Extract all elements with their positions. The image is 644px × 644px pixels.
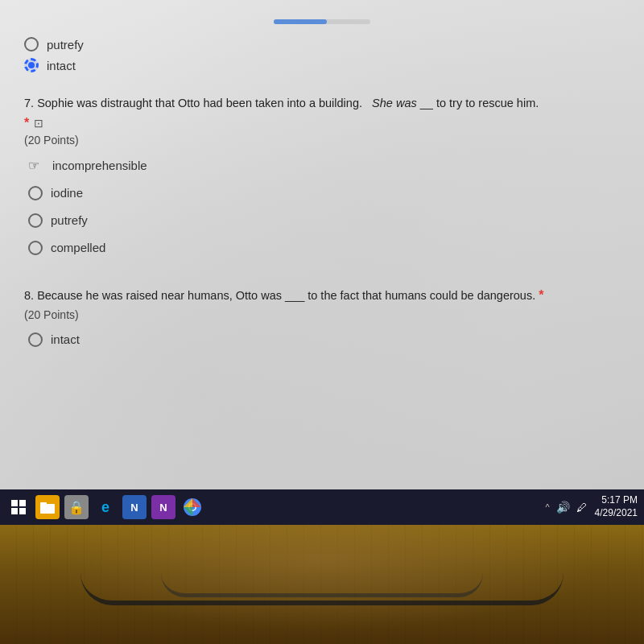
section-divider-2 bbox=[24, 270, 620, 286]
q7-option-putrefy[interactable]: putrefy bbox=[28, 213, 620, 228]
question8-blank: ___ bbox=[285, 289, 308, 302]
q7-label-incomprehensible: incomprehensible bbox=[52, 159, 147, 172]
svg-rect-5 bbox=[40, 502, 47, 506]
q7-radio-iodine[interactable] bbox=[28, 186, 43, 200]
question7-text: 7. Sophie was distraught that Otto had b… bbox=[24, 95, 620, 113]
svg-rect-3 bbox=[19, 508, 26, 514]
question6-tail: putrefy intact bbox=[24, 37, 620, 72]
question8-block: 8. Because he was raised near humans, Ot… bbox=[24, 286, 620, 347]
question8-number: 8. bbox=[24, 289, 34, 302]
q6-option-putrefy[interactable]: putrefy bbox=[24, 37, 620, 52]
taskbar-left: 🔒 e N N bbox=[6, 495, 204, 519]
svg-rect-0 bbox=[11, 500, 18, 506]
question7-text-italic: She was bbox=[372, 97, 417, 109]
question7-meta: * ⊡ bbox=[24, 116, 620, 130]
section-divider bbox=[24, 79, 620, 95]
monitor-screen: putrefy intact 7. Sophie was distraught … bbox=[0, 0, 644, 547]
edge-glyph: e bbox=[101, 499, 109, 516]
taskbar-clock: 5:17 PM 4/29/2021 bbox=[595, 494, 638, 519]
taskbar-pen-icon[interactable]: 🖊 bbox=[576, 502, 587, 514]
q8-option-intact[interactable]: intact bbox=[28, 332, 620, 347]
taskbar-chevron-icon[interactable]: ^ bbox=[545, 502, 549, 512]
word-icon[interactable]: N bbox=[122, 495, 147, 519]
onenote-icon[interactable]: N bbox=[151, 495, 175, 519]
taskbar-right: ^ 🔊 🖊 5:17 PM 4/29/2021 bbox=[545, 494, 638, 519]
security-icon[interactable]: 🔒 bbox=[64, 495, 89, 519]
progress-bar bbox=[274, 19, 370, 24]
word-glyph: N bbox=[130, 502, 138, 514]
edge-browser-icon[interactable]: e bbox=[93, 495, 118, 519]
q7-radio-compelled[interactable] bbox=[28, 241, 43, 255]
question7-required-star: * bbox=[24, 116, 29, 130]
taskbar-system-icons: ^ 🔊 🖊 bbox=[545, 501, 586, 514]
q7-label-compelled: compelled bbox=[51, 241, 105, 254]
q6-radio-putrefy[interactable] bbox=[24, 37, 39, 52]
svg-rect-2 bbox=[11, 508, 18, 514]
chrome-icon[interactable] bbox=[180, 495, 204, 519]
cursor-hand-icon: ☞ bbox=[28, 158, 39, 173]
svg-rect-1 bbox=[19, 500, 26, 506]
question7-block: 7. Sophie was distraught that Otto had b… bbox=[24, 95, 620, 255]
question7-text-after: to try to rescue him. bbox=[436, 97, 539, 109]
taskbar-volume-icon[interactable]: 🔊 bbox=[556, 501, 570, 514]
question7-text-before: Sophie was distraught that Otto had been… bbox=[37, 97, 362, 109]
question7-options-list: ☞ incomprehensible iodine putrefy bbox=[28, 158, 620, 255]
progress-bar-container bbox=[24, 8, 620, 37]
q7-option-compelled[interactable]: compelled bbox=[28, 241, 620, 255]
taskbar-time-display: 5:17 PM bbox=[595, 494, 638, 507]
question8-text-after: to the fact that humans could be dangero… bbox=[308, 289, 535, 302]
question7-number: 7. bbox=[24, 97, 34, 109]
taskbar: 🔒 e N N ^ 🔊 🖊 bbox=[0, 489, 644, 525]
q7-radio-putrefy[interactable] bbox=[28, 213, 43, 228]
question7-points: (20 Points) bbox=[24, 134, 620, 147]
windows-start-button[interactable] bbox=[6, 495, 31, 519]
lock-glyph: 🔒 bbox=[68, 500, 85, 515]
file-explorer-icon[interactable] bbox=[35, 495, 60, 519]
question7-copy-icon[interactable]: ⊡ bbox=[34, 117, 43, 130]
question8-options-list: intact bbox=[28, 332, 620, 347]
q7-option-iodine[interactable]: iodine bbox=[28, 186, 620, 200]
question8-points: (20 Points) bbox=[24, 308, 620, 321]
q8-label-intact: intact bbox=[51, 332, 80, 346]
q7-label-putrefy: putrefy bbox=[51, 213, 88, 227]
q6-label-putrefy: putrefy bbox=[47, 38, 84, 52]
q8-radio-intact[interactable] bbox=[28, 332, 43, 347]
progress-bar-fill bbox=[274, 19, 327, 24]
q7-option-incomprehensible[interactable]: ☞ incomprehensible bbox=[28, 158, 620, 173]
question8-required-star: * bbox=[539, 288, 543, 302]
question8-text: 8. Because he was raised near humans, Ot… bbox=[24, 286, 620, 305]
q7-label-iodine: iodine bbox=[51, 186, 83, 200]
question7-blank: __ bbox=[420, 97, 436, 109]
cable-2 bbox=[161, 549, 483, 597]
q6-option-intact[interactable]: intact bbox=[24, 58, 620, 72]
onenote-glyph: N bbox=[159, 502, 167, 514]
desk-surface bbox=[0, 525, 644, 644]
question8-text-before: Because he was raised near humans, Otto … bbox=[37, 289, 282, 302]
q6-radio-intact[interactable] bbox=[24, 58, 39, 72]
taskbar-date-display: 4/29/2021 bbox=[595, 507, 638, 520]
page-content: putrefy intact 7. Sophie was distraught … bbox=[0, 0, 644, 378]
q6-label-intact: intact bbox=[47, 59, 76, 72]
